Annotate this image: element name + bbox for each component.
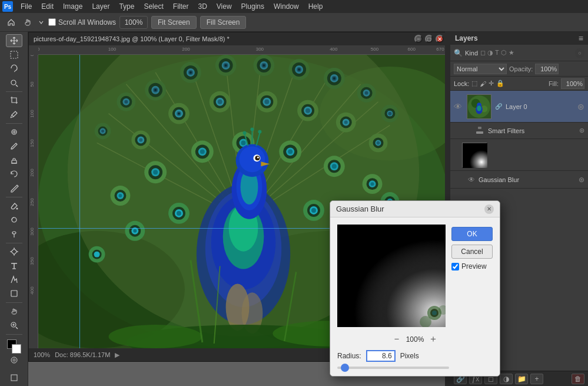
screen-mode-tool[interactable] (6, 369, 22, 386)
gaussian-blur-visibility[interactable]: 👁 (468, 176, 475, 184)
zoom-out-button[interactable]: － (392, 333, 401, 345)
lock-transparency-icon[interactable]: ⬚ (471, 80, 477, 87)
svg-point-4 (16, 208, 18, 210)
new-adjustment-button[interactable]: ◑ (500, 374, 513, 384)
fill-input[interactable] (561, 78, 584, 89)
menu-view[interactable]: View (212, 1, 236, 12)
new-group-button[interactable]: 📁 (515, 374, 528, 384)
lock-position-icon[interactable]: ✛ (489, 80, 494, 87)
lock-label: Lock: (454, 80, 469, 87)
gaussian-blur-options[interactable]: ⊛ (579, 176, 584, 184)
scroll-all-windows-checkbox[interactable]: Scroll All Windows (48, 18, 116, 27)
blend-mode-select[interactable]: Normal Multiply Screen Overlay (454, 64, 507, 74)
layer-item-0[interactable]: 👁 🔗 Layer 0 ⊛ (450, 91, 588, 123)
adj-filter-icon[interactable]: ◑ (487, 49, 493, 57)
dialog-buttons: OK Cancel Preview (451, 225, 493, 333)
ruler-horizontal: 0 100 200 300 400 500 600 670 (38, 45, 445, 55)
text-tool[interactable] (6, 259, 22, 272)
shape-filter-icon[interactable]: ⬡ (501, 49, 507, 57)
shape-tool[interactable] (6, 287, 22, 300)
gaussian-blur-filter-item[interactable]: 👁 Gaussian Blur ⊛ (450, 171, 588, 189)
filter-toggle[interactable]: ○ (575, 48, 584, 58)
radius-slider[interactable] (337, 367, 449, 369)
radius-label: Radius: (337, 352, 361, 360)
stamp-tool[interactable] (6, 154, 22, 167)
menu-file[interactable]: File (16, 1, 36, 12)
svg-point-158 (94, 252, 100, 258)
smart-filters-options[interactable]: ⊛ (579, 127, 584, 134)
menu-layer[interactable]: Layer (88, 1, 114, 12)
preview-checkbox-input[interactable] (451, 263, 459, 270)
crop-tool[interactable] (6, 94, 22, 107)
dodge-tool[interactable] (6, 227, 22, 240)
eyedropper-tool[interactable] (6, 108, 22, 121)
svg-point-88 (218, 100, 222, 104)
pixels-label: Pixels (400, 352, 419, 360)
paint-bucket-tool[interactable] (6, 200, 22, 213)
zoom-in-button[interactable]: ＋ (428, 333, 438, 345)
color-picker[interactable] (6, 338, 22, 351)
healing-brush-tool[interactable] (6, 126, 22, 139)
hand-tool-left[interactable] (6, 305, 22, 318)
radius-input[interactable] (366, 350, 396, 362)
menu-image[interactable]: Image (59, 1, 87, 12)
close-button[interactable]: ✕ (436, 35, 444, 43)
menu-plugins[interactable]: Plugins (237, 1, 268, 12)
quick-mask-tool[interactable] (6, 352, 22, 368)
pixel-filter-icon[interactable]: ◻ (480, 49, 486, 57)
arrow-down-icon[interactable] (38, 16, 45, 29)
pen-tool[interactable] (6, 245, 22, 258)
menu-filter[interactable]: Filter (169, 1, 193, 12)
zoom-input[interactable] (119, 16, 148, 29)
type-filter-icon[interactable]: T (495, 49, 499, 57)
panel-menu-button[interactable]: ≡ (579, 34, 583, 43)
gaussian-blur-close-button[interactable]: ✕ (484, 204, 494, 214)
svg-point-75 (101, 130, 104, 133)
menu-window[interactable]: Window (270, 1, 303, 12)
menu-type[interactable]: Type (115, 1, 138, 12)
menu-edit[interactable]: Edit (37, 1, 58, 12)
menu-3d[interactable]: 3D (194, 1, 211, 12)
opacity-input[interactable] (535, 64, 559, 74)
move-tool[interactable] (6, 34, 22, 47)
svg-point-192 (477, 105, 481, 111)
svg-point-140 (177, 211, 181, 216)
options-toolbar: Scroll All Windows Fit Screen Fill Scree… (0, 13, 588, 32)
fit-screen-button[interactable]: Fit Screen (151, 16, 197, 29)
smart-filter-icon[interactable]: ★ (509, 49, 514, 57)
fill-screen-button[interactable]: Fill Screen (200, 16, 247, 29)
history-brush-tool[interactable] (6, 168, 22, 181)
hand-tool-btn[interactable] (21, 16, 34, 29)
blur-tool[interactable] (6, 213, 22, 226)
zoom-display: 100% (34, 351, 50, 358)
svg-point-96 (305, 108, 310, 113)
quick-select-tool[interactable] (6, 76, 22, 89)
layer-options-icon[interactable]: ⊛ (577, 102, 584, 111)
menu-help[interactable]: Help (304, 1, 327, 12)
gaussian-blur-cancel-button[interactable]: Cancel (451, 245, 493, 259)
lasso-tool[interactable] (6, 62, 22, 75)
selection-tool[interactable] (6, 48, 22, 61)
eraser-tool[interactable] (6, 182, 22, 194)
maximize-button[interactable]: □ (425, 35, 433, 43)
home-icon-btn[interactable] (5, 16, 18, 29)
gaussian-blur-ok-button[interactable]: OK (451, 227, 493, 241)
new-layer-button[interactable]: + (530, 374, 543, 384)
minimize-button[interactable]: － (414, 35, 423, 43)
zoom-tool[interactable] (6, 319, 22, 332)
menu-select[interactable]: Select (139, 1, 167, 12)
svg-point-124 (332, 164, 337, 169)
svg-point-177 (257, 157, 259, 159)
lock-brush-icon[interactable]: 🖌 (480, 80, 486, 87)
path-select-tool[interactable] (6, 273, 22, 286)
delete-layer-button[interactable]: 🗑 (572, 374, 584, 384)
brush-tool[interactable] (6, 140, 22, 153)
scroll-all-windows-input[interactable] (48, 18, 56, 26)
svg-point-132 (118, 194, 122, 197)
preview-checkbox-label[interactable]: Preview (451, 262, 493, 270)
layer-0-visibility-icon[interactable]: 👁 (454, 102, 463, 111)
svg-point-10 (12, 358, 16, 362)
svg-point-181 (108, 325, 202, 348)
status-arrow[interactable]: ▶ (115, 351, 119, 359)
lock-artboard-icon[interactable]: 🔒 (496, 80, 504, 87)
